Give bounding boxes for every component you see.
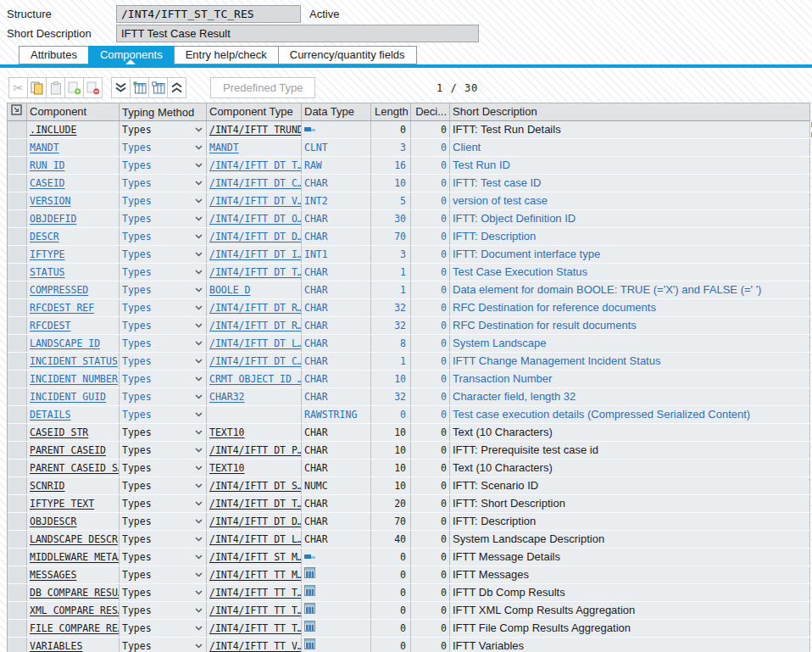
dropdown-icon[interactable]	[195, 572, 203, 577]
dropdown-icon[interactable]	[195, 483, 203, 488]
typing-method-cell[interactable]: Types	[120, 549, 207, 566]
component-link[interactable]: MIDDLEWARE_META…	[30, 551, 120, 563]
dropdown-icon[interactable]	[195, 376, 203, 382]
row-selector-cell[interactable]	[8, 371, 27, 387]
component-link[interactable]: OBJDEFID	[30, 213, 76, 225]
dropdown-icon[interactable]	[195, 163, 203, 168]
dropdown-icon[interactable]	[195, 216, 203, 221]
typing-method-cell[interactable]: Types	[120, 281, 207, 298]
component-type-link[interactable]: /INT4/IFTT_TT_M…	[209, 569, 302, 581]
dropdown-icon[interactable]	[195, 412, 203, 417]
delete-row-button[interactable]	[83, 77, 103, 98]
component-link[interactable]: LANDSCAPE_DESCR	[30, 533, 118, 545]
dropdown-icon[interactable]	[195, 465, 203, 471]
dropdown-icon[interactable]	[195, 270, 203, 275]
row-selector-cell[interactable]	[8, 192, 27, 209]
component-link[interactable]: OBJDESCR	[30, 515, 76, 527]
row-selector-cell[interactable]	[8, 121, 27, 138]
row-selector-cell[interactable]	[8, 388, 27, 405]
insert-component-button[interactable]	[130, 77, 149, 98]
component-link[interactable]: .INCLUDE	[30, 124, 76, 136]
col-header-length[interactable]: Length	[371, 103, 411, 120]
component-link[interactable]: MESSAGES	[30, 569, 76, 581]
row-selector-cell[interactable]	[8, 299, 27, 316]
row-selector-cell[interactable]	[8, 638, 27, 652]
component-type-link[interactable]: /INT4/IFTT_DT_R…	[209, 320, 302, 332]
dropdown-icon[interactable]	[195, 501, 203, 506]
typing-method-cell[interactable]: Types	[120, 388, 207, 405]
typing-method-cell[interactable]: Types	[120, 442, 207, 459]
typing-method-cell[interactable]: Types	[120, 175, 207, 192]
component-link[interactable]: INCIDENT_GUID	[30, 391, 106, 403]
row-selector-cell[interactable]	[8, 602, 27, 619]
typing-method-cell[interactable]: Types	[120, 139, 207, 156]
component-link[interactable]: DESCR	[30, 231, 59, 242]
row-selector-cell[interactable]	[8, 495, 27, 512]
move-up-button[interactable]	[167, 77, 186, 98]
component-type-link[interactable]: /INT4/IFTT_DT_I…	[209, 248, 302, 260]
typing-method-cell[interactable]: Types	[120, 264, 207, 281]
component-link[interactable]: MANDT	[30, 142, 59, 153]
col-header-deci-[interactable]: Deci...	[411, 103, 450, 120]
typing-method-cell[interactable]: Types	[120, 566, 207, 583]
component-link[interactable]: DETAILS	[30, 409, 70, 421]
component-type-link[interactable]: /INT4/IFTT_DT_T…	[209, 266, 302, 278]
typing-method-cell[interactable]: Types	[120, 371, 207, 387]
row-selector-cell[interactable]	[8, 584, 27, 601]
row-selector-cell[interactable]	[8, 335, 27, 352]
component-link[interactable]: PARENT_CASEID	[30, 444, 106, 456]
component-type-link[interactable]: /INT4/IFTT_TRUND	[209, 124, 302, 136]
dropdown-icon[interactable]	[195, 644, 203, 649]
typing-method-cell[interactable]: Types	[120, 531, 207, 548]
dropdown-icon[interactable]	[195, 626, 203, 631]
insert-row-button[interactable]	[64, 77, 84, 98]
component-type-link[interactable]: /INT4/IFTT_DT_T…	[209, 159, 302, 171]
typing-method-cell[interactable]: Types	[120, 157, 207, 174]
dropdown-icon[interactable]	[195, 537, 203, 542]
dropdown-icon[interactable]	[195, 590, 203, 595]
dropdown-icon[interactable]	[195, 127, 203, 132]
component-type-link[interactable]: /INT4/IFTT_TT_V…	[209, 640, 302, 652]
row-selector-cell[interactable]	[8, 281, 27, 298]
component-link[interactable]: SCNRID	[30, 480, 65, 492]
col-header-short-description[interactable]: Short Description	[450, 103, 810, 120]
typing-method-cell[interactable]: Types	[120, 620, 207, 637]
component-type-link[interactable]: TEXT10	[209, 426, 245, 438]
component-type-link[interactable]: /INT4/IFTT_DT_S…	[209, 480, 302, 492]
row-selector-cell[interactable]	[8, 406, 27, 423]
component-type-link[interactable]: /INT4/IFTT_DT_V…	[209, 195, 302, 207]
row-selector-cell[interactable]	[8, 477, 27, 494]
component-link[interactable]: INCIDENT_NUMBER	[30, 373, 118, 385]
component-detail-button[interactable]	[148, 77, 168, 98]
component-type-link[interactable]: /INT4/IFTT_TT_T…	[209, 605, 302, 616]
row-selector-cell[interactable]	[8, 175, 27, 192]
row-selector-cell[interactable]	[8, 246, 27, 263]
row-selector-cell[interactable]	[8, 620, 27, 637]
component-link[interactable]: IFTYPE	[30, 248, 65, 260]
cut-button[interactable]: ✂	[8, 77, 28, 98]
component-link[interactable]: RFCDEST_REF	[30, 302, 94, 314]
component-type-link[interactable]: TEXT10	[209, 462, 245, 474]
dropdown-icon[interactable]	[195, 287, 203, 293]
row-selector-cell[interactable]	[8, 210, 27, 227]
dropdown-icon[interactable]	[195, 323, 203, 328]
typing-method-cell[interactable]: Types	[120, 353, 207, 370]
dropdown-icon[interactable]	[195, 519, 203, 524]
col-header-component[interactable]: Component	[27, 103, 120, 120]
component-type-link[interactable]: /INT4/IFTT_DT_D…	[209, 231, 302, 242]
dropdown-icon[interactable]	[195, 252, 203, 257]
predefined-type-button[interactable]: Predefined Type	[210, 77, 315, 98]
typing-method-cell[interactable]: Types	[120, 317, 207, 334]
typing-method-cell[interactable]: Types	[120, 210, 207, 227]
dropdown-icon[interactable]	[195, 145, 203, 150]
move-down-button[interactable]	[111, 77, 131, 98]
dropdown-icon[interactable]	[195, 394, 203, 399]
component-type-link[interactable]: /INT4/IFTT_DT_L…	[209, 337, 302, 349]
component-link[interactable]: XML_COMPARE_RES…	[30, 605, 120, 616]
select-all-header[interactable]	[8, 103, 27, 120]
short-description-field[interactable]: IFTT Test Case Result	[116, 25, 479, 42]
component-type-link[interactable]: /INT4/IFTT_DT_R…	[209, 302, 302, 314]
component-link[interactable]: INCIDENT_STATUS	[30, 355, 118, 367]
typing-method-cell[interactable]: Types	[120, 477, 207, 494]
component-type-link[interactable]: /INT4/IFTT_TT_T…	[209, 622, 302, 634]
